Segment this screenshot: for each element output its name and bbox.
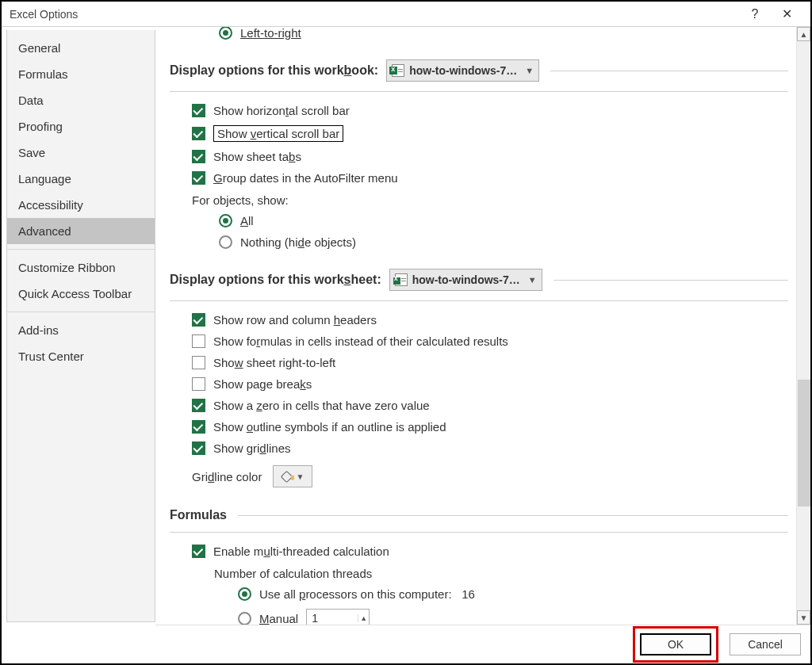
- sidebar-item-qat[interactable]: Quick Access Toolbar: [7, 281, 155, 307]
- section-workbook-display: Display options for this workbook: how-t…: [170, 44, 788, 88]
- radio-icon: [238, 587, 251, 601]
- sidebar: General Formulas Data Proofing Save Lang…: [6, 30, 155, 622]
- radio-left-to-right[interactable]: Left-to-right: [170, 27, 788, 44]
- chevron-down-icon: ▼: [296, 472, 304, 481]
- checkbox-icon: [192, 150, 205, 163]
- dialog-title: Excel Options: [10, 8, 739, 21]
- checkbox-icon: [192, 313, 205, 327]
- focused-label: Show vertical scroll bar: [213, 125, 343, 142]
- sidebar-separator: [7, 249, 155, 250]
- checkbox-icon: [192, 545, 205, 558]
- help-button[interactable]: ?: [739, 7, 771, 21]
- chevron-down-icon: ▼: [520, 275, 537, 285]
- checkbox-page-breaks[interactable]: Show page breaks: [170, 373, 788, 395]
- sidebar-item-formulas[interactable]: Formulas: [7, 61, 155, 87]
- sidebar-item-general[interactable]: General: [7, 35, 155, 61]
- worksheet-dropdown[interactable]: how-to-windows-7… ▼: [389, 269, 542, 291]
- checkbox-sheet-rtl[interactable]: Show sheet right-to-left: [170, 352, 788, 373]
- excel-sheet-icon: [395, 273, 408, 286]
- sidebar-item-proofing[interactable]: Proofing: [7, 113, 155, 139]
- chevron-up-icon[interactable]: ▲: [358, 614, 369, 622]
- radio-icon: [219, 214, 232, 227]
- titlebar: Excel Options ? ✕: [2, 2, 810, 27]
- gridline-color-button[interactable]: ▼: [273, 465, 312, 487]
- chevron-down-icon: ▼: [517, 66, 534, 75]
- checkbox-gridlines[interactable]: Show gridlines: [170, 438, 788, 459]
- cancel-button[interactable]: Cancel: [730, 633, 801, 655]
- radio-icon: [219, 235, 232, 249]
- sidebar-item-trust-center[interactable]: Trust Center: [7, 343, 155, 369]
- for-objects-label: For objects, show:: [170, 189, 788, 210]
- section-worksheet-display: Display options for this worksheet: how-…: [170, 253, 788, 297]
- checkbox-vertical-scrollbar[interactable]: Show vertical scroll bar: [170, 121, 788, 146]
- sidebar-item-addins[interactable]: Add-ins: [7, 317, 155, 343]
- ok-highlight-box: OK: [633, 626, 718, 663]
- close-button[interactable]: ✕: [771, 6, 802, 21]
- sidebar-item-language[interactable]: Language: [7, 166, 155, 192]
- checkbox-show-zero[interactable]: Show a zero in cells that have zero valu…: [170, 395, 788, 416]
- content-panel: Left-to-right Display options for this w…: [155, 27, 796, 625]
- checkbox-icon: [192, 104, 205, 117]
- checkbox-icon: [192, 441, 205, 455]
- ok-button[interactable]: OK: [640, 633, 711, 655]
- dialog-body: General Formulas Data Proofing Save Lang…: [2, 27, 810, 625]
- checkbox-multi-threaded[interactable]: Enable multi-threaded calculation: [170, 541, 788, 562]
- excel-options-dialog: Excel Options ? ✕ General Formulas Data …: [0, 0, 812, 665]
- sidebar-item-save[interactable]: Save: [7, 139, 155, 166]
- radio-objects-all[interactable]: All: [170, 210, 788, 231]
- radio-icon: [219, 27, 232, 40]
- checkbox-sheet-tabs[interactable]: Show sheet tabs: [170, 146, 788, 167]
- checkbox-icon: [192, 334, 205, 348]
- scroll-down-button[interactable]: ▼: [797, 610, 810, 625]
- gridline-color-row: Gridline color ▼: [170, 459, 788, 492]
- sidebar-item-customize-ribbon[interactable]: Customize Ribbon: [7, 254, 155, 281]
- workbook-dropdown[interactable]: how-to-windows-7… ▼: [386, 59, 539, 82]
- radio-objects-nothing[interactable]: Nothing (hide objects): [170, 231, 788, 253]
- checkbox-icon: [192, 127, 205, 140]
- content-wrap: Left-to-right Display options for this w…: [155, 27, 810, 625]
- dialog-footer: OK Cancel: [2, 625, 810, 663]
- manual-threads-spinner[interactable]: 1 ▲: [306, 609, 370, 625]
- radio-use-all-processors[interactable]: Use all processors on this computer: 16: [170, 583, 788, 605]
- sidebar-item-accessibility[interactable]: Accessibility: [7, 192, 155, 218]
- num-threads-label: Number of calculation threads: [170, 562, 788, 583]
- checkbox-icon: [192, 420, 205, 434]
- radio-icon: [238, 612, 251, 625]
- radio-label: Left-to-right: [240, 27, 301, 40]
- sidebar-item-data[interactable]: Data: [7, 87, 155, 113]
- checkbox-icon: [192, 356, 205, 369]
- excel-workbook-icon: [392, 64, 404, 77]
- checkbox-outline-symbols[interactable]: Show outline symbols if an outline is ap…: [170, 416, 788, 438]
- paint-bucket-icon: [282, 471, 293, 482]
- checkbox-icon: [192, 377, 205, 391]
- checkbox-icon: [192, 399, 205, 412]
- checkbox-icon: [192, 171, 205, 185]
- scroll-thumb[interactable]: [798, 380, 810, 506]
- vertical-scrollbar[interactable]: ▲ ▼: [796, 27, 810, 625]
- section-formulas: Formulas: [170, 492, 788, 529]
- checkbox-show-formulas[interactable]: Show formulas in cells instead of their …: [170, 331, 788, 352]
- checkbox-row-col-headers[interactable]: Show row and column headers: [170, 309, 788, 331]
- radio-manual-threads[interactable]: Manual 1 ▲: [170, 605, 788, 625]
- sidebar-separator: [7, 311, 155, 312]
- checkbox-horizontal-scrollbar[interactable]: Show horizontal scroll bar: [170, 100, 788, 121]
- checkbox-group-dates-autofilter[interactable]: Group dates in the AutoFilter menu: [170, 167, 788, 189]
- sidebar-item-advanced[interactable]: Advanced: [7, 218, 155, 244]
- scroll-up-button[interactable]: ▲: [797, 27, 810, 41]
